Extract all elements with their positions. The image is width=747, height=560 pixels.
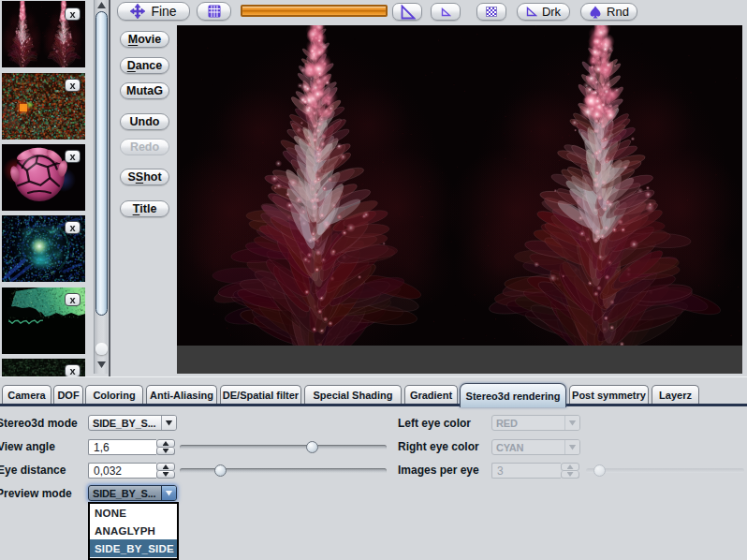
small-triangle-icon	[441, 7, 451, 17]
thumbnail-close-button[interactable]: x	[65, 293, 81, 306]
slider-thumb[interactable]	[306, 441, 318, 453]
fine-rendering-button[interactable]: Fine	[117, 2, 190, 21]
grid-toggle-button[interactable]	[197, 2, 231, 21]
toggle-dark-triangles-button[interactable]: Drk	[517, 3, 570, 21]
right-eye-color-label: Right eye color	[398, 440, 479, 453]
stereo3d-mode-combo[interactable]: SIDE_BY_S...	[88, 415, 177, 431]
preview-mode-popup: NONE ANAGLYPH SIDE_BY_SIDE	[88, 502, 179, 560]
slider-thumb	[593, 464, 606, 477]
thumbnail-close-button[interactable]: x	[65, 150, 81, 163]
sshot-button[interactable]: SShot	[120, 169, 169, 185]
show-transparency-button[interactable]	[476, 3, 506, 21]
flame-preview-panel[interactable]	[177, 25, 742, 374]
triangle-icon	[400, 5, 416, 20]
mutag-button[interactable]: MutaG	[120, 82, 169, 99]
tab-dof[interactable]: DOF	[53, 385, 83, 405]
tab-post-symmetry[interactable]: Post symmetry	[569, 385, 649, 405]
tab-gradient[interactable]: Gradient	[404, 385, 458, 405]
spin-up-icon[interactable]	[156, 463, 175, 471]
tab-stereo3d-rendering[interactable]: Stereo3d rendering	[460, 383, 566, 407]
flame-thumbnail-list: x x x x x x	[0, 0, 110, 376]
view-angle-label: View angle	[0, 440, 55, 453]
popup-item-anaglyph[interactable]: ANAGLYPH	[90, 522, 177, 539]
stereo-preview-image[interactable]	[177, 25, 742, 346]
combo-arrow-icon	[564, 416, 579, 430]
tab-coloring[interactable]: Coloring	[85, 385, 143, 405]
undo-button[interactable]: Undo	[120, 113, 169, 130]
move-icon	[130, 4, 145, 19]
images-per-eye-slider[interactable]	[586, 464, 744, 477]
left-eye-color-combo[interactable]: RED	[491, 415, 580, 431]
combo-arrow-icon[interactable]	[161, 416, 176, 430]
left-eye-color-label: Left eye color	[398, 417, 471, 430]
scrollbar-thumb[interactable]	[95, 11, 108, 316]
scroll-down-icon[interactable]	[97, 361, 106, 368]
show-triangles-button[interactable]	[392, 3, 422, 21]
slider-thumb[interactable]	[214, 464, 227, 477]
tab-de-spatial-filter[interactable]: DE/Spatial filter	[220, 385, 301, 405]
spin-up-icon	[561, 463, 579, 471]
scroll-up-icon[interactable]	[97, 2, 106, 8]
images-per-eye-label: Images per eye	[398, 464, 479, 477]
thumbnail-close-button[interactable]: x	[65, 7, 81, 21]
dark-triangle-icon	[526, 7, 537, 17]
spin-down-icon[interactable]	[156, 471, 175, 479]
view-angle-slider[interactable]	[180, 441, 387, 453]
tab-anti-aliasing[interactable]: Anti-Aliasing	[146, 385, 217, 405]
thumbnail-close-button[interactable]: x	[65, 79, 81, 92]
stereo3d-mode-label: Stereo3d mode	[0, 417, 78, 430]
dance-button[interactable]: Dance	[120, 57, 169, 74]
popup-item-none[interactable]: NONE	[90, 504, 177, 522]
spin-down-icon[interactable]	[156, 448, 175, 455]
tab-underline	[0, 404, 747, 406]
grid-icon	[208, 5, 221, 18]
checker-pattern-icon	[486, 7, 497, 17]
tab-layerz[interactable]: Layerz	[652, 385, 699, 405]
show-variations-button[interactable]	[431, 3, 461, 21]
eye-distance-spinner[interactable]: 0,032	[88, 463, 175, 479]
spin-up-icon[interactable]	[156, 439, 175, 448]
jwildfire-window: x x x x x x Fi	[0, 0, 747, 560]
thumbnail-close-button[interactable]: x	[65, 221, 81, 234]
movie-button[interactable]: Movie	[120, 31, 169, 48]
combo-arrow-icon[interactable]	[161, 486, 176, 500]
preview-mode-combo[interactable]: SIDE_BY_S...	[88, 485, 177, 501]
images-per-eye-spinner[interactable]: 3	[491, 463, 579, 479]
thumbnail-scrollbar[interactable]	[94, 0, 108, 374]
thumbnail-close-button[interactable]: x	[65, 364, 81, 377]
render-progress-bar	[241, 5, 388, 17]
scrollbar-bottom-well	[95, 343, 108, 355]
tab-camera[interactable]: Camera	[2, 385, 51, 405]
sidebar-divider	[109, 0, 110, 376]
view-angle-spinner[interactable]: 1,6	[88, 439, 175, 455]
redo-button[interactable]: Redo	[120, 139, 169, 155]
tab-special-shading[interactable]: Special Shading	[304, 385, 402, 405]
randomize-button[interactable]: Rnd	[580, 3, 637, 21]
eye-distance-label: Eye distance	[0, 464, 66, 477]
title-button[interactable]: Title	[120, 200, 169, 217]
right-eye-color-combo[interactable]: CYAN	[491, 439, 580, 455]
spade-icon	[589, 6, 602, 19]
eye-distance-slider[interactable]	[180, 464, 387, 477]
preview-mode-label: Preview mode	[0, 487, 72, 500]
popup-item-side-by-side[interactable]: SIDE_BY_SIDE	[90, 539, 177, 557]
combo-arrow-icon	[564, 440, 579, 454]
spin-down-icon	[561, 471, 579, 479]
